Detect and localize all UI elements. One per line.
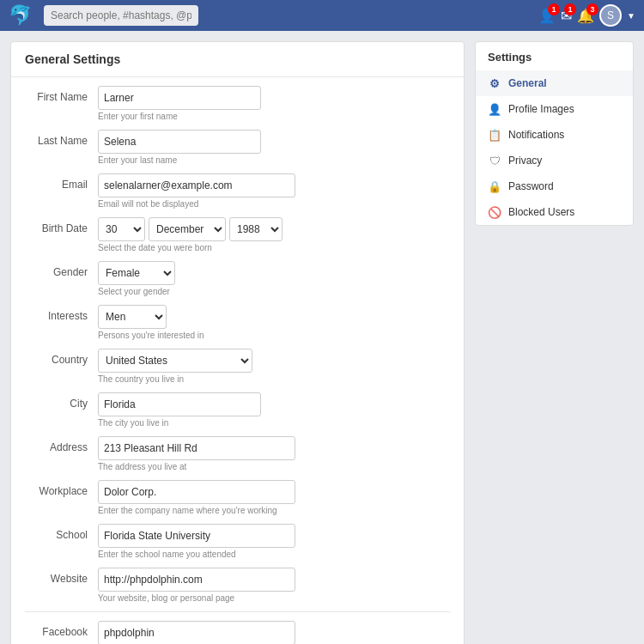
form-panel-title: General Settings [11, 42, 464, 77]
form-scroll: First Name Enter your first name Last Na… [11, 77, 464, 644]
address-hint: The address you live at [98, 462, 450, 471]
sidebar-item-notifications-label: Notifications [508, 129, 564, 141]
first-name-input[interactable] [98, 86, 261, 110]
school-label: School [25, 524, 98, 541]
notifications-badge: 3 [586, 3, 598, 15]
birth-date-label: Birth Date [25, 217, 98, 234]
birth-year-select[interactable]: 198519861987 198819891990 [229, 217, 283, 241]
email-hint: Email will not be displayed [98, 199, 450, 209]
workplace-field-wrap: Enter the company name where you're work… [98, 480, 450, 515]
first-name-row: First Name Enter your first name [25, 86, 450, 121]
interests-select[interactable]: Men Women Both [98, 305, 167, 329]
gear-icon: ⚙ [488, 76, 501, 90]
email-label: Email [25, 173, 98, 191]
messages-badge: 1 [564, 3, 576, 15]
birth-date-hint: Select the date you were born [98, 243, 450, 252]
workplace-input[interactable] [98, 480, 295, 504]
address-field-wrap: The address you live at [98, 436, 450, 471]
sidebar-box: Settings ⚙ General 👤 Profile Images 📋 No… [475, 41, 634, 226]
lock-icon: 🔒 [488, 179, 501, 193]
sidebar-item-password[interactable]: 🔒 Password [476, 173, 633, 199]
gender-hint: Select your gender [98, 287, 450, 296]
school-input[interactable] [98, 524, 295, 548]
workplace-row: Workplace Enter the company name where y… [25, 480, 450, 515]
sidebar-item-blocked-users-label: Blocked Users [508, 206, 574, 218]
sidebar: Settings ⚙ General 👤 Profile Images 📋 No… [475, 41, 634, 644]
sidebar-title: Settings [476, 42, 633, 70]
workplace-hint: Enter the company name where you're work… [98, 506, 450, 515]
blocked-icon: 🚫 [488, 205, 501, 219]
address-input[interactable] [98, 436, 295, 460]
country-hint: The country you live in [98, 374, 450, 384]
header-icons: 👤 1 ✉ 1 🔔 3 S ▼ [538, 4, 635, 27]
profile-images-icon: 👤 [488, 102, 501, 116]
birthdate-wrap: 30 121531 JanuaryFebruaryMarch AprilMayJ… [98, 217, 450, 241]
website-hint: Your website, blog or personal page [98, 593, 450, 603]
country-row: Country United States United Kingdom Can… [25, 349, 450, 384]
sidebar-item-general-label: General [508, 77, 547, 89]
country-field-wrap: United States United Kingdom Canada Aust… [98, 349, 450, 384]
shield-icon: 🛡 [488, 154, 501, 167]
interests-label: Interests [25, 305, 98, 322]
school-hint: Enter the school name you attended [98, 550, 450, 559]
interests-hint: Persons you're interested in [98, 331, 450, 340]
country-label: Country [25, 349, 98, 366]
last-name-label: Last Name [25, 130, 98, 147]
sidebar-item-general[interactable]: ⚙ General [476, 70, 633, 96]
sidebar-item-notifications[interactable]: 📋 Notifications [476, 122, 633, 148]
website-input[interactable] [98, 568, 295, 592]
city-label: City [25, 392, 98, 410]
last-name-hint: Enter your last name [98, 155, 450, 165]
email-row: Email Email will not be displayed [25, 173, 450, 209]
city-row: City The city you live in [25, 392, 450, 428]
gender-select[interactable]: Male Female Other [98, 261, 175, 285]
facebook-input[interactable] [98, 621, 295, 644]
facebook-label: Facebook [25, 621, 98, 638]
notifications-icon[interactable]: 🔔 3 [577, 8, 594, 24]
gender-field-wrap: Male Female Other Select your gender [98, 261, 450, 296]
workplace-label: Workplace [25, 480, 98, 497]
last-name-row: Last Name Enter your last name [25, 130, 450, 165]
birth-date-row: Birth Date 30 121531 JanuaryFebruaryMarc… [25, 217, 450, 252]
main-layout: General Settings First Name Enter your f… [0, 31, 644, 644]
avatar[interactable]: S [599, 4, 622, 27]
interests-field-wrap: Men Women Both Persons you're interested… [98, 305, 450, 340]
email-input[interactable] [98, 173, 295, 197]
form-panel: General Settings First Name Enter your f… [10, 41, 465, 644]
friend-requests-badge: 1 [548, 3, 560, 15]
first-name-field-wrap: Enter your first name [98, 86, 450, 121]
last-name-input[interactable] [98, 130, 261, 154]
gender-row: Gender Male Female Other Select your gen… [25, 261, 450, 296]
logo-icon: 🐬 [9, 4, 32, 27]
sidebar-item-blocked-users[interactable]: 🚫 Blocked Users [476, 199, 633, 225]
chevron-down-icon[interactable]: ▼ [627, 11, 635, 21]
address-label: Address [25, 436, 98, 453]
interests-row: Interests Men Women Both Persons you're … [25, 305, 450, 340]
city-input[interactable] [98, 392, 261, 416]
birth-day-select[interactable]: 30 121531 [98, 217, 145, 241]
first-name-hint: Enter your first name [98, 112, 450, 121]
school-field-wrap: Enter the school name you attended [98, 524, 450, 559]
search-input[interactable] [44, 5, 198, 26]
school-row: School Enter the school name you attende… [25, 524, 450, 559]
sidebar-item-profile-images[interactable]: 👤 Profile Images [476, 96, 633, 122]
city-hint: The city you live in [98, 418, 450, 428]
first-name-label: First Name [25, 86, 98, 103]
website-field-wrap: Your website, blog or personal page [98, 568, 450, 603]
sidebar-item-password-label: Password [508, 180, 554, 192]
messages-icon[interactable]: ✉ 1 [561, 8, 572, 24]
country-select[interactable]: United States United Kingdom Canada Aust… [98, 349, 252, 373]
birth-date-field-wrap: 30 121531 JanuaryFebruaryMarch AprilMayJ… [98, 217, 450, 252]
sidebar-item-privacy[interactable]: 🛡 Privacy [476, 148, 633, 173]
notifications-sidebar-icon: 📋 [488, 128, 501, 142]
city-field-wrap: The city you live in [98, 392, 450, 428]
gender-label: Gender [25, 261, 98, 278]
birth-month-select[interactable]: JanuaryFebruaryMarch AprilMayJune JulyAu… [149, 217, 226, 241]
website-row: Website Your website, blog or personal p… [25, 568, 450, 603]
website-label: Website [25, 568, 98, 585]
email-field-wrap: Email will not be displayed [98, 173, 450, 209]
form-divider [25, 611, 450, 612]
header: 🐬 👤 1 ✉ 1 🔔 3 S ▼ [0, 0, 644, 31]
sidebar-item-privacy-label: Privacy [508, 155, 542, 167]
friend-requests-icon[interactable]: 👤 1 [538, 8, 556, 24]
